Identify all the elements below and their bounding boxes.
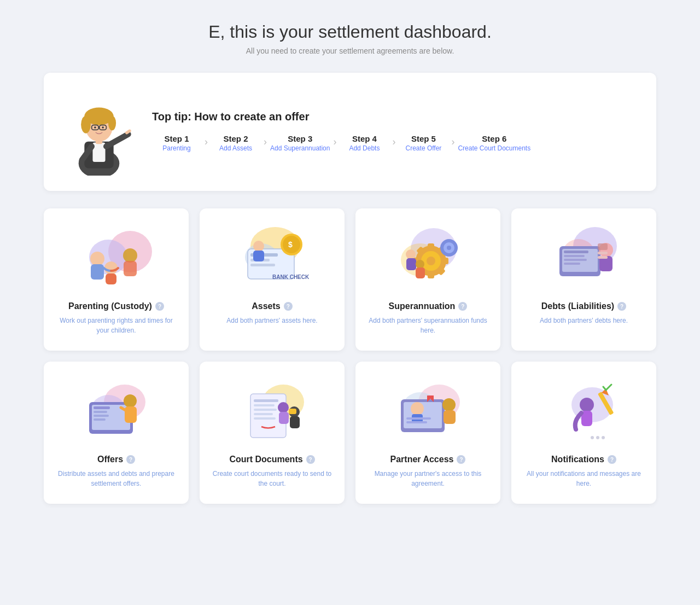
card-title-debts: Debts (Liabilities) ? <box>541 301 626 311</box>
step-label: Add Debts <box>349 144 380 153</box>
svg-rect-74 <box>94 411 107 413</box>
svg-rect-19 <box>106 274 116 284</box>
svg-point-20 <box>90 252 104 266</box>
help-icon-superannuation[interactable]: ? <box>458 302 467 311</box>
step-arrow-icon: › <box>333 136 336 148</box>
avatar <box>63 88 135 176</box>
svg-rect-35 <box>253 251 264 261</box>
svg-point-22 <box>123 248 137 263</box>
card-partner-access[interactable]: Partner Access ? Manage your partner's a… <box>355 362 500 504</box>
svg-text:BANK CHECK: BANK CHECK <box>272 274 310 280</box>
svg-point-11 <box>94 126 96 129</box>
card-desc-parenting: Work out parenting rights and times for … <box>55 316 178 335</box>
page-header: E, this is your settlement dashboard. Al… <box>44 22 656 55</box>
step-6: Step 6Create Court Documents <box>458 134 530 153</box>
svg-line-14 <box>127 131 130 133</box>
page-subtitle: All you need to create your settlement a… <box>44 46 656 55</box>
svg-rect-60 <box>564 251 588 253</box>
svg-rect-83 <box>254 399 278 402</box>
svg-rect-99 <box>406 417 431 420</box>
svg-rect-63 <box>564 263 580 265</box>
step-number: Step 6 <box>482 134 506 143</box>
step-label: Parenting <box>162 144 190 153</box>
cards-row-1: Parenting (Custody) ? Work out parenting… <box>44 208 656 351</box>
svg-rect-75 <box>94 415 109 417</box>
page-title: E, this is your settlement dashboard. <box>44 22 656 42</box>
svg-text:$: $ <box>288 240 293 249</box>
svg-rect-55 <box>416 267 425 278</box>
help-icon-parenting[interactable]: ? <box>155 302 164 311</box>
step-label: Create Offer <box>406 144 442 153</box>
card-illustration-offers <box>78 375 155 446</box>
svg-point-40 <box>427 257 435 265</box>
help-icon-partner-access[interactable]: ? <box>457 455 465 464</box>
help-icon-assets[interactable]: ? <box>284 302 293 311</box>
card-assets[interactable]: BANK CHECK $ Assets ? Add both partners'… <box>200 208 345 351</box>
card-desc-assets: Add both partners' assets here. <box>226 316 317 325</box>
svg-point-104 <box>580 398 594 412</box>
card-notifications[interactable]: Notifications ? All your notifications a… <box>511 362 656 504</box>
tip-card: Top tip: How to create an offer Step 1Pa… <box>44 73 656 191</box>
svg-rect-29 <box>250 264 275 266</box>
svg-rect-23 <box>124 261 137 276</box>
help-icon-court-documents[interactable]: ? <box>306 455 315 464</box>
card-desc-partner-access: Manage your partner's access to this agr… <box>366 469 489 488</box>
svg-rect-21 <box>91 264 104 280</box>
step-label: Create Court Documents <box>458 144 530 153</box>
card-desc-notifications: All your notifications and messages are … <box>522 469 645 488</box>
svg-point-54 <box>416 260 424 269</box>
card-illustration-court-documents <box>234 375 311 446</box>
step-3: Step 3Add Superannuation <box>270 134 330 153</box>
avatar-illustration <box>63 88 135 176</box>
svg-rect-86 <box>254 413 273 415</box>
svg-rect-66 <box>598 243 608 250</box>
svg-rect-62 <box>564 259 587 261</box>
svg-rect-43 <box>443 258 448 264</box>
card-title-offers: Offers ? <box>97 455 135 464</box>
card-desc-offers: Distribute assets and debts and prepare … <box>55 469 178 488</box>
svg-rect-61 <box>564 255 585 257</box>
card-superannuation[interactable]: Superannuation ? Add both partners' supe… <box>355 208 500 351</box>
step-number: Step 2 <box>223 134 248 143</box>
step-number: Step 3 <box>288 134 312 143</box>
card-court-documents[interactable]: Court Documents ? Create court documents… <box>200 362 345 504</box>
step-2: Step 2Add Assets <box>211 134 260 153</box>
svg-rect-89 <box>279 412 289 424</box>
card-title-partner-access: Partner Access ? <box>390 455 466 464</box>
help-icon-notifications[interactable]: ? <box>608 455 616 464</box>
tip-content: Top tip: How to create an offer Step 1Pa… <box>152 110 637 153</box>
svg-point-110 <box>602 436 605 439</box>
card-illustration-debts <box>546 222 622 293</box>
svg-rect-92 <box>289 409 296 414</box>
svg-point-6 <box>81 116 91 133</box>
svg-rect-2 <box>92 143 105 162</box>
step-number: Step 1 <box>164 134 189 143</box>
step-number: Step 5 <box>411 134 436 143</box>
step-arrow-icon: › <box>205 136 208 148</box>
svg-point-77 <box>124 394 137 408</box>
card-illustration-assets: BANK CHECK $ <box>234 222 311 293</box>
card-parenting[interactable]: Parenting (Custody) ? Work out parenting… <box>44 208 189 351</box>
step-4: Step 4Add Debts <box>340 134 389 153</box>
svg-point-12 <box>102 126 104 129</box>
card-debts[interactable]: Debts (Liabilities) ? Add both partners'… <box>511 208 656 351</box>
card-illustration-partner-access <box>390 375 466 446</box>
svg-rect-102 <box>444 410 456 424</box>
card-illustration-parenting <box>78 222 155 293</box>
step-1: Step 1Parenting <box>152 134 201 153</box>
tip-title: Top tip: How to create an offer <box>152 110 637 123</box>
svg-rect-100 <box>406 421 427 423</box>
svg-rect-67 <box>598 252 608 254</box>
svg-point-88 <box>278 402 289 413</box>
svg-rect-73 <box>94 406 110 409</box>
svg-point-97 <box>411 402 424 415</box>
step-label: Add Superannuation <box>270 144 330 153</box>
step-arrow-icon: › <box>264 136 267 148</box>
svg-rect-87 <box>254 417 276 420</box>
step-label: Add Assets <box>219 144 252 153</box>
svg-point-18 <box>104 261 118 275</box>
svg-rect-85 <box>254 409 277 411</box>
help-icon-offers[interactable]: ? <box>126 455 135 464</box>
help-icon-debts[interactable]: ? <box>617 302 626 311</box>
card-offers[interactable]: Offers ? Distribute assets and debts and… <box>44 362 189 504</box>
